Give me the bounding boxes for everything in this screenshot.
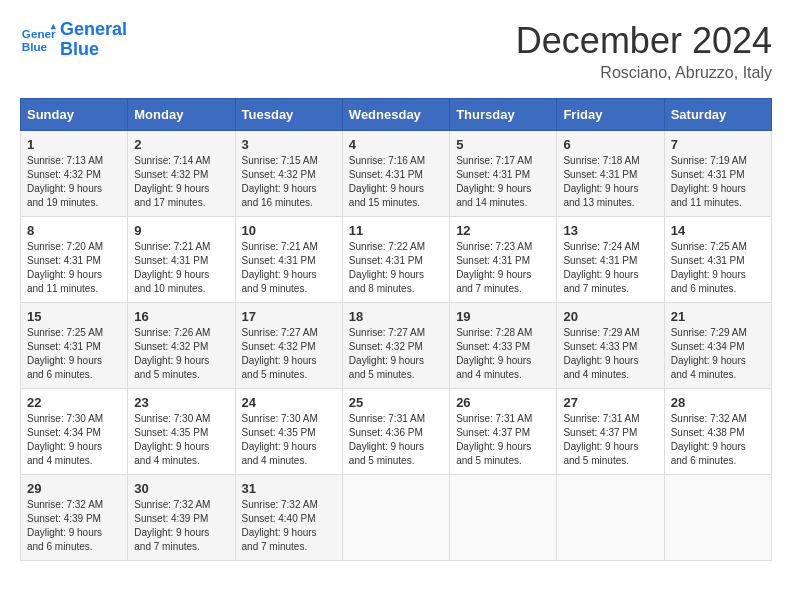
page-header: General Blue General Blue December 2024 …: [20, 20, 772, 82]
title-block: December 2024 Rosciano, Abruzzo, Italy: [516, 20, 772, 82]
logo-wordmark: General Blue: [60, 20, 127, 60]
calendar-cell: [342, 475, 449, 561]
day-info: Sunrise: 7:29 AM Sunset: 4:34 PM Dayligh…: [671, 326, 765, 382]
col-header-monday: Monday: [128, 99, 235, 131]
col-header-friday: Friday: [557, 99, 664, 131]
calendar-cell: 18Sunrise: 7:27 AM Sunset: 4:32 PM Dayli…: [342, 303, 449, 389]
svg-text:Blue: Blue: [22, 40, 48, 53]
calendar-week-row: 1Sunrise: 7:13 AM Sunset: 4:32 PM Daylig…: [21, 131, 772, 217]
calendar-cell: 13Sunrise: 7:24 AM Sunset: 4:31 PM Dayli…: [557, 217, 664, 303]
calendar-cell: 2Sunrise: 7:14 AM Sunset: 4:32 PM Daylig…: [128, 131, 235, 217]
day-number: 27: [563, 395, 657, 410]
day-number: 13: [563, 223, 657, 238]
day-info: Sunrise: 7:27 AM Sunset: 4:32 PM Dayligh…: [242, 326, 336, 382]
day-info: Sunrise: 7:19 AM Sunset: 4:31 PM Dayligh…: [671, 154, 765, 210]
day-number: 12: [456, 223, 550, 238]
calendar-cell: 6Sunrise: 7:18 AM Sunset: 4:31 PM Daylig…: [557, 131, 664, 217]
day-info: Sunrise: 7:16 AM Sunset: 4:31 PM Dayligh…: [349, 154, 443, 210]
calendar-cell: 7Sunrise: 7:19 AM Sunset: 4:31 PM Daylig…: [664, 131, 771, 217]
day-number: 25: [349, 395, 443, 410]
calendar-cell: 19Sunrise: 7:28 AM Sunset: 4:33 PM Dayli…: [450, 303, 557, 389]
day-number: 5: [456, 137, 550, 152]
calendar-cell: 3Sunrise: 7:15 AM Sunset: 4:32 PM Daylig…: [235, 131, 342, 217]
calendar-cell: 1Sunrise: 7:13 AM Sunset: 4:32 PM Daylig…: [21, 131, 128, 217]
day-info: Sunrise: 7:31 AM Sunset: 4:37 PM Dayligh…: [563, 412, 657, 468]
day-info: Sunrise: 7:13 AM Sunset: 4:32 PM Dayligh…: [27, 154, 121, 210]
calendar-cell: 22Sunrise: 7:30 AM Sunset: 4:34 PM Dayli…: [21, 389, 128, 475]
calendar-cell: 29Sunrise: 7:32 AM Sunset: 4:39 PM Dayli…: [21, 475, 128, 561]
day-number: 11: [349, 223, 443, 238]
calendar-week-row: 22Sunrise: 7:30 AM Sunset: 4:34 PM Dayli…: [21, 389, 772, 475]
day-info: Sunrise: 7:32 AM Sunset: 4:40 PM Dayligh…: [242, 498, 336, 554]
location-label: Rosciano, Abruzzo, Italy: [516, 64, 772, 82]
day-info: Sunrise: 7:28 AM Sunset: 4:33 PM Dayligh…: [456, 326, 550, 382]
day-info: Sunrise: 7:24 AM Sunset: 4:31 PM Dayligh…: [563, 240, 657, 296]
logo: General Blue General Blue: [20, 20, 127, 60]
col-header-saturday: Saturday: [664, 99, 771, 131]
day-number: 31: [242, 481, 336, 496]
day-number: 28: [671, 395, 765, 410]
day-number: 20: [563, 309, 657, 324]
calendar-cell: [557, 475, 664, 561]
logo-icon: General Blue: [20, 22, 56, 58]
day-info: Sunrise: 7:31 AM Sunset: 4:37 PM Dayligh…: [456, 412, 550, 468]
col-header-tuesday: Tuesday: [235, 99, 342, 131]
calendar-cell: 28Sunrise: 7:32 AM Sunset: 4:38 PM Dayli…: [664, 389, 771, 475]
day-number: 26: [456, 395, 550, 410]
day-number: 24: [242, 395, 336, 410]
day-info: Sunrise: 7:18 AM Sunset: 4:31 PM Dayligh…: [563, 154, 657, 210]
day-number: 4: [349, 137, 443, 152]
day-info: Sunrise: 7:20 AM Sunset: 4:31 PM Dayligh…: [27, 240, 121, 296]
calendar-cell: 31Sunrise: 7:32 AM Sunset: 4:40 PM Dayli…: [235, 475, 342, 561]
day-info: Sunrise: 7:15 AM Sunset: 4:32 PM Dayligh…: [242, 154, 336, 210]
day-info: Sunrise: 7:32 AM Sunset: 4:39 PM Dayligh…: [134, 498, 228, 554]
calendar-week-row: 8Sunrise: 7:20 AM Sunset: 4:31 PM Daylig…: [21, 217, 772, 303]
day-info: Sunrise: 7:17 AM Sunset: 4:31 PM Dayligh…: [456, 154, 550, 210]
day-number: 10: [242, 223, 336, 238]
month-title: December 2024: [516, 20, 772, 62]
day-number: 2: [134, 137, 228, 152]
calendar-cell: 5Sunrise: 7:17 AM Sunset: 4:31 PM Daylig…: [450, 131, 557, 217]
calendar-cell: 8Sunrise: 7:20 AM Sunset: 4:31 PM Daylig…: [21, 217, 128, 303]
calendar-header-row: SundayMondayTuesdayWednesdayThursdayFrid…: [21, 99, 772, 131]
day-info: Sunrise: 7:30 AM Sunset: 4:34 PM Dayligh…: [27, 412, 121, 468]
calendar-cell: 15Sunrise: 7:25 AM Sunset: 4:31 PM Dayli…: [21, 303, 128, 389]
day-info: Sunrise: 7:30 AM Sunset: 4:35 PM Dayligh…: [242, 412, 336, 468]
day-number: 21: [671, 309, 765, 324]
calendar-cell: 21Sunrise: 7:29 AM Sunset: 4:34 PM Dayli…: [664, 303, 771, 389]
day-info: Sunrise: 7:30 AM Sunset: 4:35 PM Dayligh…: [134, 412, 228, 468]
calendar-cell: 11Sunrise: 7:22 AM Sunset: 4:31 PM Dayli…: [342, 217, 449, 303]
day-number: 30: [134, 481, 228, 496]
calendar-cell: 17Sunrise: 7:27 AM Sunset: 4:32 PM Dayli…: [235, 303, 342, 389]
calendar-cell: 10Sunrise: 7:21 AM Sunset: 4:31 PM Dayli…: [235, 217, 342, 303]
day-number: 15: [27, 309, 121, 324]
calendar-cell: 26Sunrise: 7:31 AM Sunset: 4:37 PM Dayli…: [450, 389, 557, 475]
col-header-wednesday: Wednesday: [342, 99, 449, 131]
day-number: 18: [349, 309, 443, 324]
day-number: 9: [134, 223, 228, 238]
calendar-cell: 20Sunrise: 7:29 AM Sunset: 4:33 PM Dayli…: [557, 303, 664, 389]
day-number: 3: [242, 137, 336, 152]
day-info: Sunrise: 7:14 AM Sunset: 4:32 PM Dayligh…: [134, 154, 228, 210]
calendar-cell: 23Sunrise: 7:30 AM Sunset: 4:35 PM Dayli…: [128, 389, 235, 475]
calendar-cell: [664, 475, 771, 561]
day-info: Sunrise: 7:29 AM Sunset: 4:33 PM Dayligh…: [563, 326, 657, 382]
col-header-thursday: Thursday: [450, 99, 557, 131]
day-info: Sunrise: 7:25 AM Sunset: 4:31 PM Dayligh…: [671, 240, 765, 296]
day-info: Sunrise: 7:23 AM Sunset: 4:31 PM Dayligh…: [456, 240, 550, 296]
calendar-table: SundayMondayTuesdayWednesdayThursdayFrid…: [20, 98, 772, 561]
calendar-cell: 4Sunrise: 7:16 AM Sunset: 4:31 PM Daylig…: [342, 131, 449, 217]
calendar-week-row: 15Sunrise: 7:25 AM Sunset: 4:31 PM Dayli…: [21, 303, 772, 389]
day-info: Sunrise: 7:22 AM Sunset: 4:31 PM Dayligh…: [349, 240, 443, 296]
calendar-cell: [450, 475, 557, 561]
day-number: 14: [671, 223, 765, 238]
calendar-cell: 9Sunrise: 7:21 AM Sunset: 4:31 PM Daylig…: [128, 217, 235, 303]
day-number: 7: [671, 137, 765, 152]
day-number: 29: [27, 481, 121, 496]
day-info: Sunrise: 7:27 AM Sunset: 4:32 PM Dayligh…: [349, 326, 443, 382]
calendar-cell: 24Sunrise: 7:30 AM Sunset: 4:35 PM Dayli…: [235, 389, 342, 475]
day-info: Sunrise: 7:26 AM Sunset: 4:32 PM Dayligh…: [134, 326, 228, 382]
day-number: 8: [27, 223, 121, 238]
calendar-cell: 27Sunrise: 7:31 AM Sunset: 4:37 PM Dayli…: [557, 389, 664, 475]
day-info: Sunrise: 7:32 AM Sunset: 4:38 PM Dayligh…: [671, 412, 765, 468]
